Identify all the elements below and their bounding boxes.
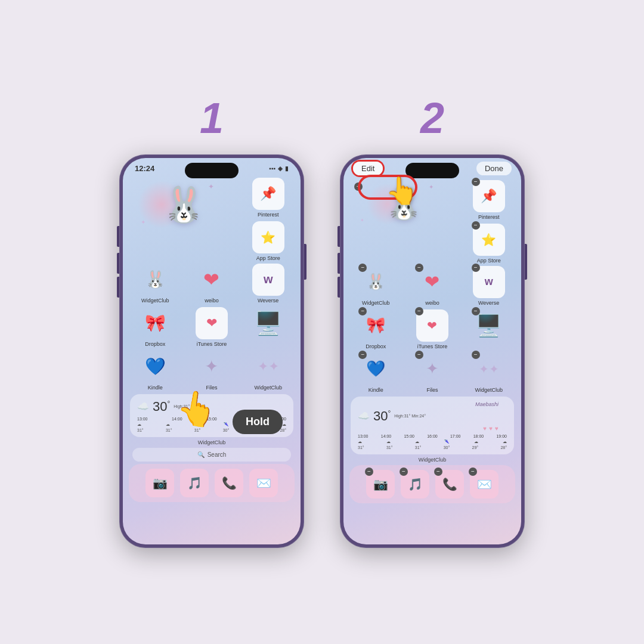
dock-mail-1[interactable]: ✉️ <box>249 469 278 497</box>
weather-temps-row-2: 31°31°31°30°29°28° <box>358 445 507 450</box>
dock-music-1[interactable]: 🎵 <box>180 469 209 497</box>
files-label-1: Files <box>206 385 217 391</box>
appstore-label-2: App Store <box>477 258 501 264</box>
app-widgetclub-1a[interactable]: 🐰 WidgetClub <box>129 264 182 304</box>
sparkle-1: ✦ <box>208 182 214 191</box>
itunes-label-1: iTunes Store <box>197 341 227 347</box>
dynamic-island-1 <box>185 163 239 178</box>
minus-appstore-2[interactable]: − <box>472 221 480 230</box>
app-dropbox-1[interactable]: 🎀 Dropbox <box>129 307 182 347</box>
step-2: 2 Edit Done 👆 🐰 <box>340 97 525 548</box>
dock-phone-1[interactable]: 📞 <box>215 469 243 497</box>
files-icon-1: ✦ <box>196 351 228 383</box>
app-widgetclub-2b[interactable]: − ✦✦ WidgetClub <box>462 353 515 393</box>
bunny-emoji-2: 🐰 <box>385 185 423 222</box>
dynamic-island-2 <box>405 163 459 178</box>
hearts-row-2: ♥ ♥ ♥ <box>358 425 507 432</box>
minus-pinterest-2[interactable]: − <box>472 178 480 186</box>
cloud-icon-2: ☁️ <box>358 410 370 422</box>
app-weverse-1[interactable]: w Weverse <box>242 264 295 304</box>
minus-mail[interactable]: − <box>469 467 477 476</box>
bunny-widget-1: 🐰 ✦ ✦ <box>129 178 238 231</box>
phone-1: 12:24 ▪▪▪ ◈ ▮ 🐰 ✦ <box>119 154 304 548</box>
weibo-label-1: weibo <box>205 298 219 304</box>
minus-music[interactable]: − <box>400 467 408 476</box>
kindle-label-1: Kindle <box>148 385 163 391</box>
step-2-number: 2 <box>420 97 444 140</box>
hold-badge: Hold <box>233 410 283 434</box>
app-appstore-2[interactable]: − ⭐ App Store <box>473 224 505 264</box>
sparkle-2: ✦ <box>141 219 145 225</box>
weibo-icon-1: ❤ <box>196 264 228 296</box>
weverse-icon-1: w <box>252 264 284 296</box>
phone-1-screen: 12:24 ▪▪▪ ◈ ▮ 🐰 ✦ <box>123 158 301 544</box>
app-weibo-1[interactable]: ❤ weibo <box>185 264 239 304</box>
app-files-2[interactable]: − ✦ Files <box>406 353 459 393</box>
app-widgetclub-1b[interactable]: ✦✦ WidgetClub <box>242 351 295 391</box>
widgetclub-label-1b: WidgetClub <box>254 385 282 391</box>
search-label-1: Search <box>208 451 227 458</box>
signal-icon: ▪▪▪ <box>269 165 275 172</box>
widgetclub-footer-1: WidgetClub <box>123 439 301 445</box>
dropbox-label-1: Dropbox <box>145 341 165 347</box>
app-pinterest-1[interactable]: 📌 Pinterest <box>252 178 284 218</box>
phone-2-screen: Edit Done 👆 🐰 − ✦ ✦ <box>343 158 521 544</box>
search-icon-1: 🔍 <box>197 451 205 458</box>
app-computer-1[interactable]: 🖥️ <box>242 307 295 347</box>
weather-icons-row-2: ☁☁☁🌂☁☁ <box>358 439 507 444</box>
app-widgetclub-2a[interactable]: − 🐰 WidgetClub <box>349 266 402 306</box>
app-appstore-1[interactable]: ⭐ App Store <box>252 221 284 261</box>
maebashi-label: Maebashi <box>358 401 507 407</box>
app-files-1[interactable]: ✦ Files <box>185 351 239 391</box>
widgetclub-icon-1a: 🐰 <box>139 264 171 296</box>
minus-phone[interactable]: − <box>434 467 442 476</box>
bunny-widget-2: 🐰 − ✦ ✦ <box>349 180 459 228</box>
kindle-icon-1: 💙 <box>139 351 171 383</box>
appstore-label-1: App Store <box>256 255 280 261</box>
status-icons-1: ▪▪▪ ◈ ▮ <box>269 165 289 172</box>
dock-2: − 📷 − 🎵 − 📞 − ✉️ <box>349 465 515 503</box>
main-container: 1 12:24 ▪▪▪ ◈ ▮ <box>119 97 525 548</box>
app-dropbox-2[interactable]: − 🎀 Dropbox <box>349 309 402 349</box>
widgetclub-label-1a: WidgetClub <box>141 298 169 304</box>
dock-camera-2-wrap: − 📷 <box>366 470 395 499</box>
app-computer-2[interactable]: − 🖥️ <box>462 309 515 349</box>
minus-camera[interactable]: − <box>365 467 373 476</box>
minus-bunny-2[interactable]: − <box>354 182 363 191</box>
appstore-icon-1: ⭐ <box>252 221 284 253</box>
edit-button[interactable]: Edit <box>353 162 383 175</box>
app-itunes-2[interactable]: − ❤ iTunes Store <box>406 309 459 349</box>
app-pinterest-2[interactable]: − 📌 Pinterest <box>473 180 505 220</box>
battery-icon: ▮ <box>285 165 289 172</box>
app-itunes-1[interactable]: ❤ iTunes Store <box>185 307 239 347</box>
pinterest-label-2: Pinterest <box>478 214 500 220</box>
search-bar-1[interactable]: 🔍 Search <box>132 448 291 462</box>
dropbox-icon-1: 🎀 <box>139 307 171 339</box>
app-kindle-2[interactable]: − 💙 Kindle <box>349 353 402 393</box>
done-button[interactable]: Done <box>476 162 512 175</box>
bunny-emoji: 🐰 <box>162 184 205 225</box>
app-kindle-1[interactable]: 💙 Kindle <box>129 351 182 391</box>
computer-icon-1: 🖥️ <box>252 307 284 339</box>
dock-1: 📷 🎵 📞 ✉️ <box>129 464 295 502</box>
pinterest-label-1: Pinterest <box>258 212 279 218</box>
weather-hours-2: 13:00 14:00 15:00 16:00 17:00 18:00 19:0… <box>358 434 507 438</box>
dock-camera-1[interactable]: 📷 <box>145 469 174 497</box>
weverse-label-1: Weverse <box>258 298 278 304</box>
weather-widget-2: Maebashi ☁️ 30° High:31° Min:24° ♥ ♥ ♥ <box>351 397 514 454</box>
step-1-number: 1 <box>200 97 224 140</box>
phone-2: Edit Done 👆 🐰 − ✦ ✦ <box>340 154 525 548</box>
pinterest-icon-1: 📌 <box>252 178 284 210</box>
widgetclub-icon-1b: ✦✦ <box>252 351 284 383</box>
app-weibo-2[interactable]: − ❤ weibo <box>406 266 459 306</box>
app-weverse-2[interactable]: − w Weverse <box>462 266 515 306</box>
widgetclub-footer-2: WidgetClub <box>343 457 521 463</box>
wifi-icon: ◈ <box>278 165 283 172</box>
itunes-icon-1: ❤ <box>196 307 228 339</box>
step-1: 1 12:24 ▪▪▪ ◈ ▮ <box>119 97 304 548</box>
cloud-icon-1: ☁️ <box>137 401 149 412</box>
time-1: 12:24 <box>135 164 154 173</box>
